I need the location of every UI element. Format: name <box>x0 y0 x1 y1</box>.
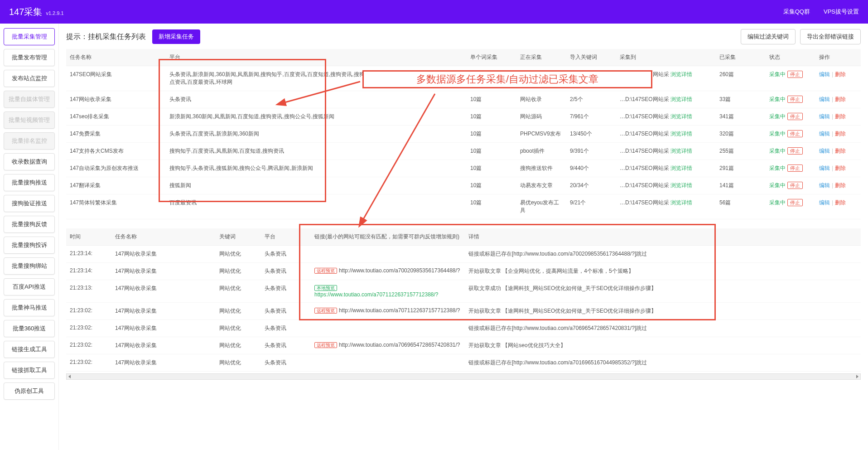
cell-status: 采集中停止 <box>766 143 815 160</box>
th-keyword: 关键词 <box>216 228 261 246</box>
header-link-vps[interactable]: VPS拔号设置 <box>824 8 859 16</box>
sidebar-item-12[interactable]: 百度API推送 <box>4 278 55 295</box>
browse-detail-link[interactable]: 浏览详情 <box>670 182 692 189</box>
browse-detail-link[interactable]: 浏览详情 <box>670 96 692 102</box>
sidebar-item-2[interactable]: 发布站点监控 <box>4 70 55 87</box>
cell-time: 21:23:02: <box>66 303 111 320</box>
delete-link[interactable]: 删除 <box>835 71 846 77</box>
sidebar-item-13[interactable]: 批量神马推送 <box>4 299 55 316</box>
cell-platform: 搜狗知乎,头条资讯,搜狐新闻,搜狗公众号,腾讯新闻,新浪新闻 <box>166 160 467 177</box>
cell-detail: 链接或标题已存在[http://www.toutiao.com/a7069654… <box>465 320 861 337</box>
stop-button[interactable]: 停止 <box>787 182 803 189</box>
sidebar-item-0[interactable]: 批量采集管理 <box>4 28 55 45</box>
cell-detail: 开始获取文章 【企业网站优化，提高网站流量，4个标准，5个策略】 <box>465 263 861 280</box>
status-text: 采集中 <box>769 199 786 206</box>
sidebar-item-6[interactable]: 收录数据查询 <box>4 153 55 170</box>
status-text: 采集中 <box>769 148 786 154</box>
cell-single: 10篇 <box>467 177 516 194</box>
edit-filter-button[interactable]: 编辑过滤关键词 <box>741 29 796 44</box>
local-preview-badge[interactable]: 本地预览 <box>314 285 337 291</box>
cell-log-platform: 头条资讯 <box>261 337 311 354</box>
export-errors-button[interactable]: 导出全部错误链接 <box>800 29 861 44</box>
sidebar-item-7[interactable]: 批量搜狗推送 <box>4 174 55 191</box>
cell-target: …D:\147SEO网站采 浏览详情 <box>616 91 716 108</box>
edit-link[interactable]: 编辑 <box>819 165 830 171</box>
cell-collecting: 易优eyou发布工具 <box>516 194 566 219</box>
sidebar-item-11[interactable]: 批量搜狗绑站 <box>4 257 55 275</box>
sidebar-item-14[interactable]: 批量360推送 <box>4 320 55 337</box>
sidebar-item-9[interactable]: 批量搜狗反馈 <box>4 216 55 233</box>
cell-collected: 141篇 <box>716 177 766 194</box>
cell-status: 采集中停止 <box>766 91 815 108</box>
log-link[interactable]: http://www.toutiao.com/a7071122637157712… <box>339 307 460 314</box>
delete-link[interactable]: 删除 <box>835 96 846 102</box>
edit-link[interactable]: 编辑 <box>819 113 830 120</box>
browse-detail-link[interactable]: 浏览详情 <box>670 199 692 206</box>
edit-link[interactable]: 编辑 <box>819 199 830 206</box>
cell-keyword: 网站优化 <box>216 337 261 354</box>
cell-single: 10篇 <box>467 126 516 143</box>
sidebar-item-15[interactable]: 链接生成工具 <box>4 341 55 358</box>
cell-log-platform: 头条资讯 <box>261 280 311 303</box>
remote-preview-badge[interactable]: 远程预览 <box>314 268 337 274</box>
stop-button[interactable]: 停止 <box>787 71 803 78</box>
browse-detail-link[interactable]: 浏览详情 <box>670 131 692 137</box>
cell-log-task: 147网站收录采集 <box>111 320 216 337</box>
remote-preview-badge[interactable]: 远程预览 <box>314 342 337 348</box>
delete-link[interactable]: 删除 <box>835 113 846 120</box>
stop-button[interactable]: 停止 <box>787 199 803 206</box>
sidebar-item-16[interactable]: 链接抓取工具 <box>4 362 55 379</box>
cell-keyword: 网站优化 <box>216 263 261 280</box>
stop-button[interactable]: 停止 <box>787 147 803 155</box>
log-link[interactable]: https://www.toutiao.com/a707112263715771… <box>314 291 439 298</box>
delete-link[interactable]: 删除 <box>835 165 846 171</box>
stop-button[interactable]: 停止 <box>787 130 803 137</box>
delete-link[interactable]: 删除 <box>835 182 846 189</box>
task-row: 147简体转繁体采集百度最资讯10篇易优eyou发布工具9/21个…D:\147… <box>66 194 861 219</box>
edit-link[interactable]: 编辑 <box>819 131 830 137</box>
sidebar-item-8[interactable]: 搜狗验证推送 <box>4 195 55 212</box>
header-link-qq[interactable]: 采集QQ群 <box>783 8 810 16</box>
browse-detail-link[interactable]: 浏览详情 <box>670 71 692 77</box>
cell-name: 147免费采集 <box>66 126 166 143</box>
th-platform: 平台 <box>166 49 467 66</box>
edit-link[interactable]: 编辑 <box>819 148 830 154</box>
cell-keyword: 网站优化 <box>216 280 261 303</box>
cell-import: 20/34个 <box>566 177 616 194</box>
cell-time: 21:23:14: <box>66 263 111 280</box>
cell-status: 采集中停止 <box>766 160 815 177</box>
log-row: 21:23:02:147网站收录采集网站优化头条资讯链接或标题已存在[http:… <box>66 320 861 337</box>
delete-link[interactable]: 删除 <box>835 131 846 137</box>
sidebar-item-4: 批量短视频管理 <box>4 111 55 129</box>
cell-collected: 291篇 <box>716 160 766 177</box>
browse-detail-link[interactable]: 浏览详情 <box>670 148 692 154</box>
stop-button[interactable]: 停止 <box>787 113 803 120</box>
top-bar: 提示：挂机采集任务列表 新增采集任务 编辑过滤关键词 导出全部错误链接 <box>66 29 861 44</box>
log-link[interactable]: http://www.toutiao.com/a7002098535617364… <box>339 267 460 274</box>
log-link[interactable]: http://www.toutiao.com/a7069654728657420… <box>339 342 460 348</box>
cell-collecting: PHPCMSV9发布 <box>516 126 566 143</box>
cell-op: 编辑|删除 <box>815 66 861 91</box>
th-import: 导入关键词 <box>566 49 616 66</box>
delete-link[interactable]: 删除 <box>835 199 846 206</box>
remote-preview-badge[interactable]: 远程预览 <box>314 308 337 314</box>
add-task-button[interactable]: 新增采集任务 <box>152 29 200 44</box>
edit-link[interactable]: 编辑 <box>819 182 830 189</box>
cell-link: 远程预览http://www.toutiao.com/a700209853561… <box>311 263 465 280</box>
edit-link[interactable]: 编辑 <box>819 96 830 102</box>
sidebar-item-1[interactable]: 批量发布管理 <box>4 49 55 66</box>
horizontal-scrollbar[interactable] <box>66 373 861 380</box>
cell-keyword: 网站优化 <box>216 320 261 337</box>
stop-button[interactable]: 停止 <box>787 96 803 103</box>
cell-time: 21:23:02: <box>66 337 111 354</box>
sidebar-item-17[interactable]: 伪原创工具 <box>4 382 55 400</box>
stop-button[interactable]: 停止 <box>787 165 803 172</box>
sidebar: 批量采集管理批量发布管理发布站点监控批量自媒体管理批量短视频管理批量排名监控收录… <box>0 24 59 450</box>
browse-detail-link[interactable]: 浏览详情 <box>670 165 692 171</box>
sidebar-item-10[interactable]: 批量搜狗投诉 <box>4 237 55 254</box>
th-time: 时间 <box>66 228 111 246</box>
edit-link[interactable]: 编辑 <box>819 71 830 77</box>
browse-detail-link[interactable]: 浏览详情 <box>670 113 692 120</box>
cell-link <box>311 246 465 263</box>
delete-link[interactable]: 删除 <box>835 148 846 154</box>
